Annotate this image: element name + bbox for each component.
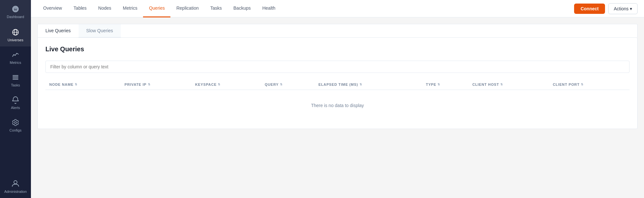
- sort-arrows-client-port: ⇅: [581, 83, 584, 86]
- tab-slow-queries[interactable]: Slow Queries: [79, 24, 121, 37]
- tab-nodes[interactable]: Nodes: [92, 0, 117, 17]
- tab-tasks[interactable]: Tasks: [205, 0, 228, 17]
- tab-replication[interactable]: Replication: [170, 0, 204, 17]
- col-elapsed-time: ELAPSED TIME (MS) ⇅: [315, 79, 422, 90]
- tab-queries[interactable]: Queries: [143, 0, 170, 17]
- tab-live-queries[interactable]: Live Queries: [38, 24, 79, 37]
- col-type-sort[interactable]: TYPE ⇅: [426, 83, 440, 86]
- sidebar-item-alerts[interactable]: Alerts: [0, 92, 31, 114]
- tab-backups[interactable]: Backups: [228, 0, 257, 17]
- tab-tables[interactable]: Tables: [68, 0, 92, 17]
- sidebar-item-administration[interactable]: Administration: [0, 175, 31, 198]
- sidebar-item-universes[interactable]: Universes: [0, 24, 31, 46]
- main-content: Overview Tables Nodes Metrics Queries Re…: [31, 0, 644, 198]
- nav-actions: Connect Actions ▾: [574, 3, 638, 14]
- live-queries-title: Live Queries: [45, 45, 630, 53]
- top-navigation: Overview Tables Nodes Metrics Queries Re…: [31, 0, 644, 17]
- col-elapsed-time-sort[interactable]: ELAPSED TIME (MS) ⇅: [319, 83, 362, 86]
- sort-arrows-client-host: ⇅: [500, 83, 503, 86]
- nav-tabs: Overview Tables Nodes Metrics Queries Re…: [37, 0, 574, 17]
- sidebar-item-metrics[interactable]: Metrics: [0, 46, 31, 69]
- col-client-port-sort[interactable]: CLIENT PORT ⇅: [553, 83, 584, 86]
- queries-table: NODE NAME ⇅ PRIVATE IP ⇅: [45, 79, 630, 121]
- dashboard-icon: [12, 5, 19, 13]
- filter-input[interactable]: [45, 61, 630, 73]
- col-query-sort[interactable]: QUERY ⇅: [265, 83, 283, 86]
- sidebar-administration-label: Administration: [4, 190, 27, 193]
- query-tabs: Live Queries Slow Queries: [37, 24, 638, 37]
- universes-icon: [12, 28, 19, 36]
- tab-overview[interactable]: Overview: [37, 0, 68, 17]
- sidebar-universes-label: Universes: [8, 38, 24, 42]
- col-private-ip: PRIVATE IP ⇅: [121, 79, 191, 90]
- no-data-message: There is no data to display: [45, 90, 630, 121]
- col-private-ip-sort[interactable]: PRIVATE IP ⇅: [125, 83, 151, 86]
- sidebar-tasks-label: Tasks: [11, 83, 20, 87]
- col-node-name-sort[interactable]: NODE NAME ⇅: [49, 83, 78, 86]
- svg-point-8: [14, 122, 16, 124]
- live-queries-card: Live Queries NODE NAME ⇅ PRIVATE: [37, 37, 638, 129]
- tasks-icon: [12, 74, 19, 81]
- tab-metrics[interactable]: Metrics: [117, 0, 143, 17]
- sort-arrows-node-name: ⇅: [75, 83, 78, 86]
- col-keyspace: KEYSPACE ⇅: [191, 79, 261, 90]
- administration-icon: [12, 180, 19, 188]
- sidebar-alerts-label: Alerts: [11, 106, 20, 110]
- sort-arrows-type: ⇅: [437, 83, 440, 86]
- sidebar-dashboard-label: Dashboard: [7, 15, 24, 19]
- col-keyspace-sort[interactable]: KEYSPACE ⇅: [195, 83, 221, 86]
- sort-arrows-query: ⇅: [280, 83, 283, 86]
- configs-icon: [12, 119, 19, 126]
- col-client-host: CLIENT HOST ⇅: [468, 79, 549, 90]
- connect-button[interactable]: Connect: [574, 4, 605, 14]
- alerts-icon: [12, 96, 19, 104]
- metrics-icon: [12, 51, 19, 59]
- sidebar-item-configs[interactable]: Configs: [0, 114, 31, 137]
- sidebar-item-dashboard[interactable]: Dashboard: [0, 0, 31, 24]
- tab-health[interactable]: Health: [256, 0, 281, 17]
- col-node-name: NODE NAME ⇅: [45, 79, 121, 90]
- sort-arrows-private-ip: ⇅: [148, 83, 151, 86]
- col-client-port: CLIENT PORT ⇅: [549, 79, 630, 90]
- sidebar-metrics-label: Metrics: [10, 61, 21, 64]
- sort-arrows-elapsed-time: ⇅: [360, 83, 362, 86]
- sidebar-item-tasks[interactable]: Tasks: [0, 69, 31, 92]
- col-client-host-sort[interactable]: CLIENT HOST ⇅: [472, 83, 503, 86]
- sort-arrows-keyspace: ⇅: [218, 83, 221, 86]
- page-content: Live Queries Slow Queries Live Queries N…: [31, 17, 644, 198]
- col-query: QUERY ⇅: [261, 79, 315, 90]
- sidebar: Dashboard Universes Metrics Tasks Alerts: [0, 0, 31, 198]
- col-type: TYPE ⇅: [422, 79, 468, 90]
- sidebar-configs-label: Configs: [9, 128, 21, 132]
- actions-button[interactable]: Actions ▾: [608, 3, 638, 14]
